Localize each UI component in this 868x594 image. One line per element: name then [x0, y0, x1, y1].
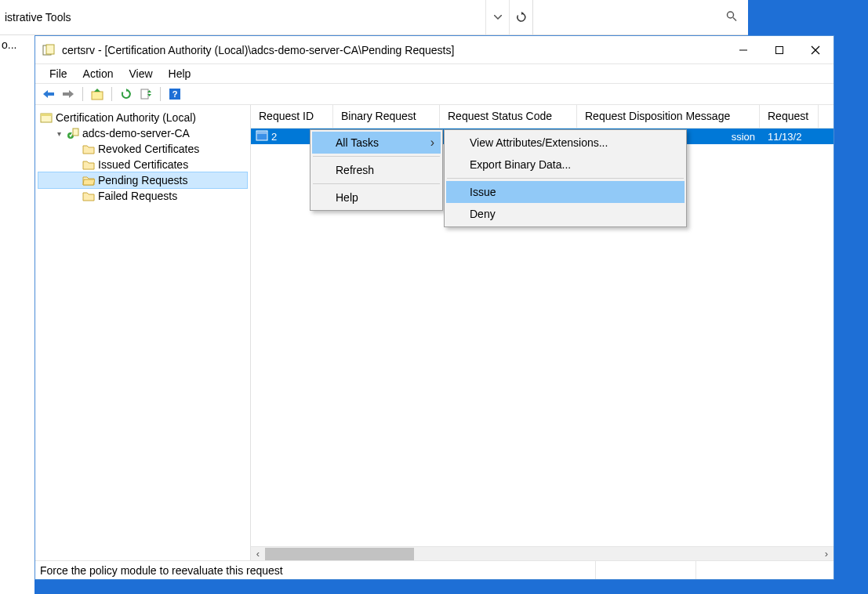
folder-icon — [82, 190, 95, 201]
column-request-submitted[interactable]: Request — [760, 105, 819, 128]
status-bar: Force the policy module to reevaluate th… — [35, 560, 833, 579]
svg-rect-9 — [63, 92, 70, 96]
folder-open-icon — [82, 175, 95, 186]
maximize-button[interactable] — [761, 38, 797, 62]
svg-rect-5 — [776, 46, 783, 53]
forward-button[interactable] — [60, 85, 77, 103]
svg-rect-10 — [92, 92, 103, 100]
app-icon — [42, 43, 56, 57]
minimize-button[interactable] — [725, 38, 761, 62]
search-icon — [726, 11, 737, 24]
svg-rect-15 — [41, 114, 52, 116]
svg-rect-19 — [257, 132, 267, 134]
tree-item-pending[interactable]: Pending Requests — [38, 172, 247, 188]
breadcrumb-fragment: istrative Tools — [5, 11, 71, 24]
tree-root[interactable]: Certification Authority (Local) — [38, 110, 247, 125]
status-cell-3 — [695, 561, 833, 579]
column-request-id[interactable]: Request ID — [251, 105, 333, 128]
context-separator — [313, 156, 440, 157]
left-fragment-text: o... — [2, 38, 35, 51]
tree-root-label: Certification Authority (Local) — [56, 111, 196, 124]
status-text: Force the policy module to reevaluate th… — [40, 564, 595, 577]
close-button[interactable] — [797, 38, 833, 62]
svg-rect-17 — [73, 129, 78, 136]
titlebar: certsrv - [Certification Authority (Loca… — [35, 36, 833, 64]
certsrv-window: certsrv - [Certification Authority (Loca… — [35, 35, 834, 580]
svg-rect-3 — [46, 45, 54, 54]
scroll-left-button[interactable]: ‹ — [251, 548, 265, 560]
result-list: Request ID Binary Request Request Status… — [251, 105, 833, 560]
help-button[interactable]: ? — [166, 85, 183, 103]
address-dropdown-button[interactable] — [485, 0, 509, 34]
explorer-left-column-fragment: o... — [0, 35, 35, 594]
folder-icon — [82, 159, 95, 170]
svg-rect-8 — [47, 92, 54, 96]
export-list-button[interactable] — [137, 85, 154, 103]
ctx-view-attributes[interactable]: View Attributes/Extensions... — [446, 132, 685, 154]
folder-icon — [82, 143, 95, 154]
up-button[interactable] — [89, 85, 106, 103]
expand-icon[interactable]: ▾ — [54, 129, 64, 138]
tree-item-issued[interactable]: Issued Certificates — [38, 157, 247, 172]
scroll-thumb[interactable] — [265, 548, 414, 560]
scope-tree[interactable]: Certification Authority (Local) ▾ adcs-d… — [35, 105, 251, 560]
ctx-refresh[interactable]: Refresh — [312, 159, 441, 181]
ca-root-icon — [40, 111, 53, 124]
context-menu: All Tasks Refresh Help — [310, 129, 443, 211]
ctx-help[interactable]: Help — [312, 187, 441, 208]
column-binary-request[interactable]: Binary Request — [333, 105, 440, 128]
column-disposition[interactable]: Request Disposition Message — [577, 105, 760, 128]
menu-action[interactable]: Action — [75, 66, 122, 81]
scroll-right-button[interactable]: › — [819, 548, 833, 560]
refresh-button[interactable] — [118, 85, 135, 103]
ctx-deny[interactable]: Deny — [446, 203, 685, 225]
svg-text:?: ? — [173, 89, 178, 99]
tree-item-failed[interactable]: Failed Requests — [38, 188, 247, 204]
ctx-issue[interactable]: Issue — [446, 181, 685, 203]
svg-line-1 — [733, 18, 736, 21]
ctx-all-tasks[interactable]: All Tasks — [312, 132, 441, 154]
menu-view[interactable]: View — [121, 66, 160, 81]
scroll-track[interactable] — [265, 548, 819, 560]
column-status-code[interactable]: Request Status Code — [440, 105, 577, 128]
toolbar-separator — [160, 87, 161, 101]
status-cell-2 — [595, 561, 695, 579]
window-title: certsrv - [Certification Authority (Loca… — [62, 44, 725, 56]
tree-ca-label: adcs-demo-server-CA — [82, 127, 190, 139]
address-refresh-button[interactable] — [509, 0, 532, 34]
menu-help[interactable]: Help — [161, 66, 199, 81]
column-headers: Request ID Binary Request Request Status… — [251, 105, 833, 129]
tree-item-label: Failed Requests — [98, 190, 177, 202]
context-submenu-all-tasks: View Attributes/Extensions... Export Bin… — [444, 129, 687, 227]
tree-ca[interactable]: ▾ adcs-demo-server-CA — [38, 125, 247, 141]
request-id-value: 2 — [271, 131, 277, 143]
horizontal-scrollbar[interactable]: ‹ › — [251, 546, 833, 560]
tree-item-label: Issued Certificates — [98, 158, 188, 171]
address-box[interactable]: istrative Tools — [0, 0, 533, 34]
tree-item-label: Pending Requests — [98, 174, 187, 187]
ca-icon — [67, 127, 79, 139]
rows-area: 2 ssion 11/13/2 All Tasks Refresh Help — [251, 129, 833, 546]
back-button[interactable] — [40, 85, 57, 103]
svg-point-0 — [728, 12, 734, 18]
tree-item-revoked[interactable]: Revoked Certificates — [38, 141, 247, 157]
submitted-value: 11/13/2 — [760, 131, 819, 143]
svg-rect-11 — [141, 89, 148, 99]
toolbar-separator — [111, 87, 112, 101]
toolbar-separator — [82, 87, 83, 101]
menu-bar: File Action View Help — [35, 64, 833, 83]
tree-item-label: Revoked Certificates — [98, 143, 199, 155]
menu-file[interactable]: File — [42, 66, 75, 81]
explorer-search-box[interactable] — [533, 0, 748, 34]
context-separator — [313, 183, 440, 184]
explorer-address-bar: istrative Tools — [0, 0, 748, 35]
client-area: Certification Authority (Local) ▾ adcs-d… — [35, 105, 833, 560]
request-icon — [256, 130, 268, 143]
toolbar: ? — [35, 83, 833, 105]
ctx-export-binary[interactable]: Export Binary Data... — [446, 154, 685, 176]
context-separator — [447, 178, 684, 179]
